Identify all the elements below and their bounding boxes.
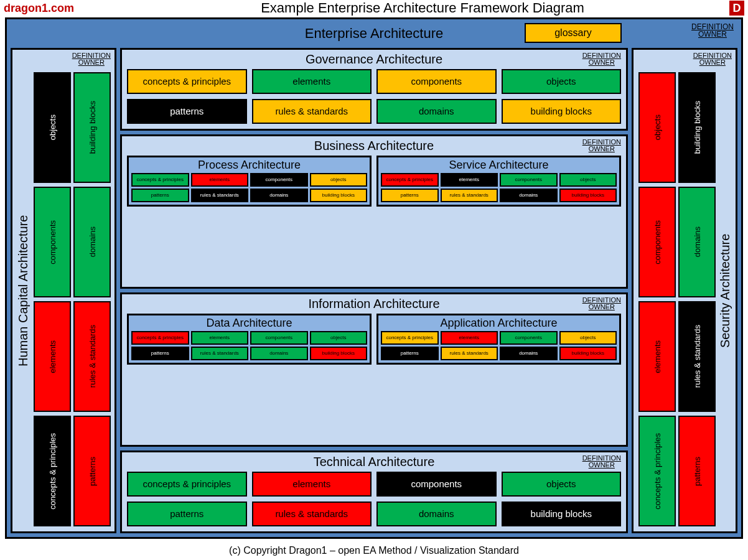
block-do: domains [250,189,308,202]
block-el: elements [441,173,498,187]
block-ob: objects [638,72,676,183]
definition-owner-link[interactable]: DEFINITIONOWNER [693,52,732,66]
block-co: components [500,331,558,345]
security-title: Security Architecture [717,52,733,529]
block-bb: building blocks [502,99,622,124]
block-pa: patterns [678,416,716,526]
block-el: elements [191,331,249,345]
block-co: components [250,173,308,187]
process-architecture-box: Process Architecture concepts & principl… [127,156,372,207]
definition-owner-link[interactable]: DEFINITIONOWNER [582,52,621,66]
block-pa: patterns [131,347,189,360]
block-ob: objects [310,173,368,187]
governance-title: Governance Architecture [127,52,621,67]
block-cp: concepts & principles [131,331,189,345]
block-co: components [250,331,308,345]
block-co: components [34,187,71,297]
block-cp: concepts & principles [127,69,247,94]
block-ob: objects [502,472,622,497]
block-bb: building blocks [678,72,716,183]
ea-title: Enterprise Architecture [11,23,737,42]
block-co: components [376,472,497,497]
block-bb: building blocks [310,189,368,202]
process-title: Process Architecture [131,159,367,172]
block-el: elements [252,472,372,497]
business-title: Business Architecture [127,139,621,153]
logo-icon: D [729,1,744,16]
block-pa: patterns [127,99,247,124]
block-rs: rules & standards [191,347,249,360]
block-ob: objects [310,331,368,345]
human-capital-architecture-box: Human Capital Architecture DEFINITIONOWN… [11,48,116,533]
definition-owner-link[interactable]: DEFINITIONOWNER [582,297,621,310]
block-ob: objects [502,69,622,94]
block-co: components [376,69,497,94]
definition-owner-link[interactable]: DEFINITIONOWNER [582,139,621,152]
block-do: domains [500,189,558,202]
block-pa: patterns [127,502,247,526]
information-architecture-box: DEFINITIONOWNER Information Architecture… [120,292,628,447]
block-el: elements [34,301,71,412]
block-cp: concepts & principles [34,416,71,526]
block-rs: rules & standards [252,99,372,124]
block-el: elements [252,69,372,94]
block-ob: objects [559,331,617,345]
definition-owner-link[interactable]: DEFINITIONOWNER [72,52,111,66]
block-co: components [500,173,558,187]
service-architecture-box: Service Architecture concepts & principl… [376,156,621,207]
block-do: domains [73,187,111,297]
block-cp: concepts & principles [127,472,247,497]
information-title: Information Architecture [127,297,621,311]
copyright-footer: (c) Copyright Dragon1 – open EA Method /… [0,545,748,556]
block-rs: rules & standards [441,347,498,360]
block-bb: building blocks [310,347,368,360]
block-ob: objects [559,173,617,187]
block-pa: patterns [131,189,189,202]
block-co: components [638,187,676,297]
technical-architecture-box: DEFINITIONOWNER Technical Architecture c… [120,450,628,533]
application-title: Application Architecture [381,317,617,330]
block-cp: concepts & principles [381,331,439,345]
service-title: Service Architecture [381,159,617,172]
definition-owner-link[interactable]: DEFINITIONOWNER [691,23,734,38]
block-cp: concepts & principles [131,173,189,187]
block-bb: building blocks [502,502,622,526]
glossary-button[interactable]: glossary [525,23,622,43]
block-bb: building blocks [559,189,617,202]
block-pa: patterns [381,189,439,202]
enterprise-architecture-frame: Enterprise Architecture glossary DEFINIT… [5,17,743,539]
security-architecture-box: Security Architecture DEFINITIONOWNER ob… [632,48,737,533]
block-ob: objects [34,72,71,183]
block-pa: patterns [381,347,439,360]
block-bb: building blocks [73,72,111,183]
governance-architecture-box: DEFINITIONOWNER Governance Architecture … [120,48,628,131]
block-do: domains [376,502,497,526]
data-architecture-box: Data Architecture concepts & principlese… [127,314,372,365]
block-rs: rules & standards [73,301,111,412]
definition-owner-link[interactable]: DEFINITIONOWNER [582,455,621,469]
data-title: Data Architecture [131,317,367,330]
block-do: domains [500,347,558,360]
brand-link[interactable]: dragon1.com [4,2,116,15]
block-do: domains [250,347,308,360]
block-el: elements [638,301,676,412]
technical-title: Technical Architecture [127,455,621,469]
block-bb: building blocks [559,347,617,360]
human-capital-title: Human Capital Architecture [15,52,31,529]
block-do: domains [376,99,497,124]
block-el: elements [191,173,249,187]
block-rs: rules & standards [678,301,716,412]
block-rs: rules & standards [252,502,372,526]
block-rs: rules & standards [191,189,249,202]
block-el: elements [441,331,498,345]
block-cp: concepts & principles [381,173,439,187]
block-cp: concepts & principles [638,416,676,526]
block-rs: rules & standards [441,189,498,202]
application-architecture-box: Application Architecture concepts & prin… [376,314,621,365]
block-do: domains [678,187,716,297]
page-title: Example Enterprise Architecture Framewor… [116,0,729,16]
business-architecture-box: DEFINITIONOWNER Business Architecture Pr… [120,134,628,289]
block-pa: patterns [73,416,111,526]
